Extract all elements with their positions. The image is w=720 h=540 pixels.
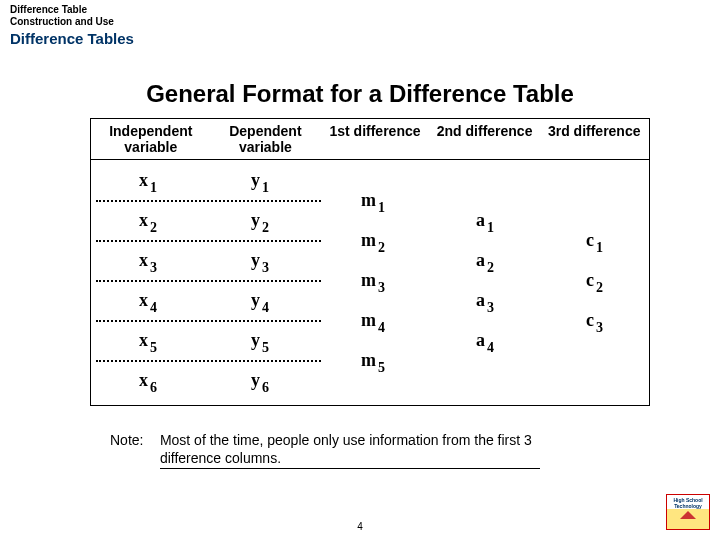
col-header-dependent: Dependent variable <box>211 119 321 159</box>
cell-a2: a2 <box>476 250 492 271</box>
cell-m5: m5 <box>361 350 383 371</box>
cell-c2: c2 <box>586 270 601 291</box>
footnote-label: Note: <box>110 432 156 450</box>
cell-a1: a1 <box>476 210 492 231</box>
cell-y4: y4 <box>251 290 267 311</box>
header-line-2: Construction and Use <box>10 16 114 27</box>
footnote: Note: Most of the time, people only use … <box>110 432 540 469</box>
table-body: x1 x2 x3 x4 x5 x6 y1 y2 y3 y4 y5 y6 m1 m… <box>91 160 649 405</box>
row-separator <box>96 240 321 242</box>
footnote-text: Most of the time, people only use inform… <box>160 432 540 469</box>
header-line-1: Difference Table <box>10 4 87 15</box>
cell-c1: c1 <box>586 230 601 251</box>
difference-table: Independent variable Dependent variable … <box>90 118 650 406</box>
cell-m3: m3 <box>361 270 383 291</box>
col-header-3rd-diff: 3rd difference <box>539 119 649 159</box>
cell-y6: y6 <box>251 370 267 391</box>
row-separator <box>96 360 321 362</box>
col-header-1st-diff: 1st difference <box>320 119 430 159</box>
cell-a4: a4 <box>476 330 492 351</box>
cell-y3: y3 <box>251 250 267 271</box>
cell-a3: a3 <box>476 290 492 311</box>
cell-x3: x3 <box>139 250 155 271</box>
cell-y2: y2 <box>251 210 267 231</box>
cell-m2: m2 <box>361 230 383 251</box>
cell-x6: x6 <box>139 370 155 391</box>
row-separator <box>96 200 321 202</box>
col-header-2nd-diff: 2nd difference <box>430 119 540 159</box>
cell-x5: x5 <box>139 330 155 351</box>
section-title: Difference Tables <box>10 30 134 47</box>
logo-badge: High SchoolTechnology <box>666 494 710 530</box>
cell-y1: y1 <box>251 170 267 191</box>
cell-c3: c3 <box>586 310 601 331</box>
cell-m1: m1 <box>361 190 383 211</box>
cell-y5: y5 <box>251 330 267 351</box>
cell-m4: m4 <box>361 310 383 331</box>
col-header-independent: Independent variable <box>91 119 211 159</box>
table-header-row: Independent variable Dependent variable … <box>91 119 649 160</box>
row-separator <box>96 280 321 282</box>
page-number: 4 <box>0 521 720 532</box>
slide-title: General Format for a Difference Table <box>0 80 720 108</box>
cell-x2: x2 <box>139 210 155 231</box>
row-separator <box>96 320 321 322</box>
cell-x1: x1 <box>139 170 155 191</box>
cell-x4: x4 <box>139 290 155 311</box>
